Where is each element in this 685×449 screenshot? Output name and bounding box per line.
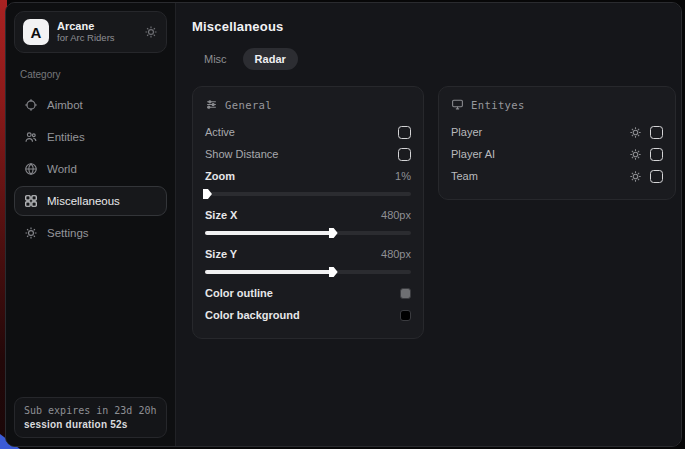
row-size-y: Size Y 480px — [205, 243, 411, 265]
size-x-value: 480px — [381, 209, 411, 221]
panel-title: General — [225, 99, 272, 111]
monitor-icon — [451, 98, 464, 111]
gear-icon[interactable] — [629, 148, 642, 161]
sliders-icon — [205, 98, 218, 111]
tab-bar: Misc Radar — [192, 48, 676, 70]
brand-text: Arcane for Arc Riders — [57, 20, 136, 44]
row-active: Active — [205, 121, 411, 143]
player-checkbox[interactable] — [650, 126, 663, 139]
crosshair-icon — [24, 98, 38, 112]
panel-entities-header: Entityes — [451, 98, 663, 111]
zoom-slider[interactable] — [205, 192, 411, 196]
sidebar-item-world[interactable]: World — [14, 154, 167, 184]
sidebar-item-label: Miscellaneous — [47, 195, 120, 207]
row-label: Size Y — [205, 248, 237, 260]
panel-general: General Active Show Distance Zoom 1% — [192, 86, 424, 339]
row-label: Color outline — [205, 287, 273, 299]
panels-row: General Active Show Distance Zoom 1% — [192, 86, 676, 339]
row-team: Team — [451, 165, 663, 187]
entities-icon — [24, 130, 38, 144]
row-color-outline: Color outline — [205, 282, 411, 304]
session-duration-text: session duration 52s — [24, 419, 157, 430]
slider-thumb[interactable] — [329, 267, 338, 277]
tab-radar[interactable]: Radar — [243, 48, 298, 70]
sidebar-item-aimbot[interactable]: Aimbot — [14, 90, 167, 120]
gear-icon[interactable] — [629, 126, 642, 139]
row-label: Player — [451, 126, 482, 138]
zoom-value: 1% — [395, 170, 411, 182]
row-show-distance: Show Distance — [205, 143, 411, 165]
sidebar: A Arcane for Arc Riders Category Aimbot — [6, 3, 176, 446]
brand-card: A Arcane for Arc Riders — [14, 11, 167, 53]
grid-icon — [24, 194, 38, 208]
color-outline-swatch[interactable] — [400, 288, 411, 299]
brand-logo: A — [23, 19, 49, 45]
app-window: A Arcane for Arc Riders Category Aimbot — [5, 2, 682, 447]
row-player: Player — [451, 121, 663, 143]
row-label: Color background — [205, 309, 300, 321]
size-y-value: 480px — [381, 248, 411, 260]
brand-subtitle: for Arc Riders — [57, 33, 136, 44]
size-x-slider[interactable] — [205, 231, 411, 235]
page-title: Miscellaneous — [192, 19, 676, 34]
category-label: Category — [20, 69, 167, 80]
active-checkbox[interactable] — [398, 126, 411, 139]
show-distance-checkbox[interactable] — [398, 148, 411, 161]
gear-icon — [24, 226, 38, 240]
row-color-background: Color background — [205, 304, 411, 326]
sidebar-nav: Aimbot Entities World Miscellaneous — [14, 90, 167, 248]
row-label: Size X — [205, 209, 237, 221]
slider-thumb[interactable] — [329, 228, 338, 238]
gear-icon[interactable] — [629, 170, 642, 183]
subscription-card: Sub expires in 23d 20h session duration … — [14, 397, 167, 438]
sidebar-item-entities[interactable]: Entities — [14, 122, 167, 152]
sub-expiry-text: Sub expires in 23d 20h — [24, 405, 157, 416]
row-label: Player AI — [451, 148, 495, 160]
gear-icon[interactable] — [144, 25, 158, 39]
row-player-ai: Player AI — [451, 143, 663, 165]
row-label: Team — [451, 170, 478, 182]
row-label: Show Distance — [205, 148, 278, 160]
row-label: Active — [205, 126, 235, 138]
sidebar-item-label: Aimbot — [47, 99, 83, 111]
team-checkbox[interactable] — [650, 170, 663, 183]
slider-thumb[interactable] — [203, 189, 212, 199]
player-ai-checkbox[interactable] — [650, 148, 663, 161]
row-zoom: Zoom 1% — [205, 165, 411, 187]
globe-icon — [24, 162, 38, 176]
row-label: Zoom — [205, 170, 235, 182]
sidebar-item-settings[interactable]: Settings — [14, 218, 167, 248]
sidebar-item-miscellaneous[interactable]: Miscellaneous — [14, 186, 167, 216]
panel-general-header: General — [205, 98, 411, 111]
brand-title: Arcane — [57, 20, 136, 33]
panel-title: Entityes — [471, 99, 525, 111]
color-background-swatch[interactable] — [400, 310, 411, 321]
sidebar-item-label: World — [47, 163, 77, 175]
tab-misc[interactable]: Misc — [192, 48, 239, 70]
main-content: Miscellaneous Misc Radar General Active — [176, 3, 682, 446]
row-size-x: Size X 480px — [205, 204, 411, 226]
panel-entities: Entityes Player Player AI — [438, 86, 676, 200]
size-y-slider[interactable] — [205, 270, 411, 274]
sidebar-item-label: Entities — [47, 131, 85, 143]
sidebar-item-label: Settings — [47, 227, 89, 239]
